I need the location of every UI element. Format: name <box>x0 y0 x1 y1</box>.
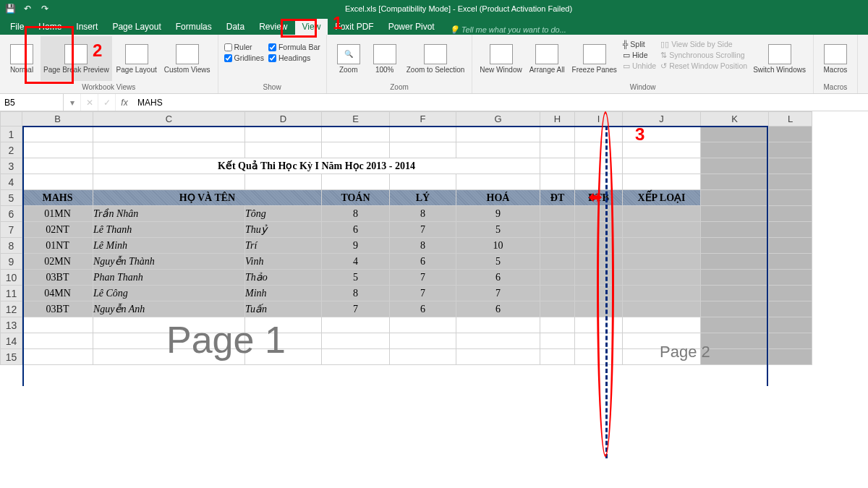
cell-ly[interactable]: 7 <box>390 222 456 238</box>
hdr-hovaten[interactable]: HỌ VÀ TÊN <box>93 190 322 206</box>
cell[interactable] <box>769 174 812 190</box>
cell[interactable] <box>322 127 390 142</box>
cell[interactable] <box>623 174 701 190</box>
enter-icon[interactable]: ✓ <box>98 94 116 111</box>
cell-toan[interactable]: 8 <box>322 286 390 301</box>
macros-button[interactable]: Macros <box>818 36 853 81</box>
cell[interactable] <box>769 158 812 174</box>
col-header-E[interactable]: E <box>322 112 390 127</box>
cell-ten[interactable]: Minh <box>245 286 322 301</box>
cell[interactable] <box>245 333 322 349</box>
cell[interactable] <box>701 222 769 238</box>
cell[interactable] <box>456 127 540 142</box>
cell[interactable] <box>769 190 812 206</box>
cell[interactable] <box>575 174 623 190</box>
cell[interactable] <box>322 349 390 365</box>
cell[interactable] <box>245 142 322 158</box>
cell[interactable] <box>93 127 245 142</box>
cell[interactable] <box>701 254 769 270</box>
col-header-F[interactable]: F <box>390 112 456 127</box>
tab-page-layout[interactable]: Page Layout <box>105 19 168 35</box>
new-window-button[interactable]: New Window <box>477 36 524 81</box>
col-header-H[interactable]: H <box>540 112 575 127</box>
hdr-mahs[interactable]: MAHS <box>22 190 93 206</box>
ruler-checkbox[interactable]: Ruler <box>223 42 265 52</box>
cell[interactable] <box>93 142 245 158</box>
cell-mahs[interactable]: 03BT <box>22 270 93 286</box>
cell[interactable] <box>769 301 812 317</box>
tab-powerpivot[interactable]: Power Pivot <box>381 19 442 35</box>
row-header-11[interactable]: 11 <box>1 286 22 301</box>
col-header-C[interactable]: C <box>93 112 245 127</box>
cell[interactable] <box>623 349 701 365</box>
row-header-6[interactable]: 6 <box>1 206 22 222</box>
select-all-cell[interactable] <box>1 112 22 127</box>
cell[interactable] <box>540 238 575 254</box>
cell[interactable] <box>701 158 769 174</box>
row-header-13[interactable]: 13 <box>1 317 22 333</box>
cell[interactable] <box>245 317 322 333</box>
tab-data[interactable]: Data <box>219 19 252 35</box>
cell[interactable] <box>623 286 701 301</box>
cell[interactable] <box>575 127 623 142</box>
cell[interactable] <box>456 333 540 349</box>
cell[interactable] <box>540 270 575 286</box>
cell[interactable] <box>540 286 575 301</box>
headings-checkbox[interactable]: Headings <box>267 53 322 63</box>
cell[interactable] <box>575 333 623 349</box>
cell[interactable] <box>540 317 575 333</box>
cell-hoa[interactable]: 7 <box>456 286 540 301</box>
cell[interactable] <box>540 206 575 222</box>
cell[interactable] <box>390 174 456 190</box>
gridlines-checkbox[interactable]: Gridlines <box>223 53 265 63</box>
cell[interactable] <box>22 174 93 190</box>
cell[interactable] <box>322 333 390 349</box>
cell[interactable] <box>245 174 322 190</box>
col-header-K[interactable]: K <box>701 112 769 127</box>
cell-hoa[interactable]: 5 <box>456 222 540 238</box>
cell-ten[interactable]: Trí <box>245 238 322 254</box>
cell[interactable] <box>540 127 575 142</box>
cell[interactable] <box>623 238 701 254</box>
split-button[interactable]: ╬ Split <box>621 39 658 49</box>
cell[interactable] <box>701 286 769 301</box>
cell[interactable] <box>623 317 701 333</box>
cell[interactable] <box>623 301 701 317</box>
cell[interactable] <box>540 333 575 349</box>
cell[interactable] <box>701 270 769 286</box>
spreadsheet-grid[interactable]: BCDEFGHIJKL123Kết Quả Thi Học Kỳ I Năm H… <box>0 111 868 488</box>
tab-view[interactable]: View <box>295 19 328 35</box>
cell[interactable] <box>701 127 769 142</box>
cell[interactable] <box>623 206 701 222</box>
cell[interactable] <box>390 317 456 333</box>
cell[interactable] <box>540 142 575 158</box>
tell-me-box[interactable]: 💡 Tell me what you want to do... <box>449 25 566 35</box>
cell[interactable] <box>456 317 540 333</box>
cell[interactable] <box>623 222 701 238</box>
cell-ho[interactable]: Lê Công <box>93 286 245 301</box>
zoom-button[interactable]: 🔍Zoom <box>331 36 366 81</box>
cell[interactable] <box>575 158 623 174</box>
cell[interactable] <box>701 190 769 206</box>
zoom-100-button[interactable]: 100% <box>367 36 402 81</box>
col-header-I[interactable]: I <box>575 112 623 127</box>
cell-ten[interactable]: Thảo <box>245 270 322 286</box>
cell[interactable] <box>322 317 390 333</box>
namebox-dropdown-icon[interactable]: ▾ <box>64 94 81 111</box>
cell[interactable] <box>22 158 93 174</box>
cell[interactable] <box>769 286 812 301</box>
cell[interactable] <box>701 349 769 365</box>
cell[interactable] <box>623 142 701 158</box>
cell[interactable] <box>540 158 575 174</box>
cell[interactable] <box>245 349 322 365</box>
hide-button[interactable]: ▭ Hide <box>621 50 658 60</box>
cell[interactable] <box>540 222 575 238</box>
cell[interactable] <box>623 158 701 174</box>
zoom-selection-button[interactable]: Zoom to Selection <box>404 36 468 81</box>
cell-ly[interactable]: 8 <box>390 238 456 254</box>
cell[interactable] <box>769 270 812 286</box>
arrange-all-button[interactable]: Arrange All <box>527 36 568 81</box>
cell[interactable] <box>575 222 623 238</box>
cell-ho[interactable]: Lê Thanh <box>93 222 245 238</box>
cell[interactable] <box>769 238 812 254</box>
